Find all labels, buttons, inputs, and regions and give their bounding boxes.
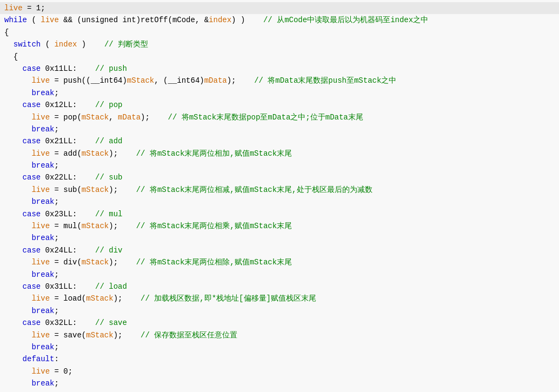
token-var: mStack xyxy=(82,149,109,158)
token-plain xyxy=(4,331,31,340)
token-plain: ); xyxy=(109,222,118,230)
token-plain: && (unsigned int)retOff(mCode, & xyxy=(59,16,209,24)
token-var: mStack xyxy=(86,331,113,340)
code-line: case 0x12LL: // pop xyxy=(0,99,559,111)
token-plain xyxy=(4,246,23,255)
code-tokens: break; xyxy=(4,123,59,135)
token-plain xyxy=(4,222,31,230)
token-plain: ) xyxy=(77,40,86,49)
comment-text: // 保存数据至栈区任意位置 xyxy=(141,329,237,341)
token-plain xyxy=(4,355,23,363)
token-var: live xyxy=(31,258,50,267)
comment-text: // 将mStack末尾两位相加,赋值mStack末尾 xyxy=(136,148,292,160)
code-tokens: break; xyxy=(4,377,59,389)
token-kw: break xyxy=(31,125,54,134)
token-plain: 0x24LL: xyxy=(41,246,77,255)
token-plain: ); xyxy=(109,185,118,194)
code-line: break; xyxy=(0,269,559,281)
token-plain xyxy=(4,210,23,218)
comment-text: // pop xyxy=(95,99,122,111)
token-plain xyxy=(4,282,23,291)
code-line: break; xyxy=(0,232,559,244)
token-plain xyxy=(4,89,31,97)
token-plain: = div( xyxy=(50,258,82,267)
comment-text: // save xyxy=(95,317,127,329)
comment-pad xyxy=(236,75,255,87)
token-var: mData xyxy=(204,76,227,85)
token-plain xyxy=(4,367,31,376)
code-tokens: case 0x22LL: xyxy=(4,171,77,183)
token-var: mData xyxy=(118,113,141,122)
token-plain: = pop( xyxy=(50,113,82,122)
code-line: break; xyxy=(0,123,559,135)
code-tokens: live = 1; xyxy=(4,2,45,14)
token-plain: ; xyxy=(54,125,58,134)
token-plain: ) ) xyxy=(231,16,245,24)
token-plain xyxy=(4,64,23,73)
comment-text: // 加载栈区数据,即*栈地址[偏移量]赋值栈区末尾 xyxy=(141,293,316,304)
code-tokens: live = save(mStack); xyxy=(4,329,122,341)
comment-pad xyxy=(150,111,168,123)
comment-text: // push xyxy=(95,63,127,75)
code-line: break; xyxy=(0,341,559,353)
comment-pad xyxy=(77,281,95,293)
token-var: mStack xyxy=(82,185,109,194)
token-plain: ); xyxy=(141,113,150,122)
token-plain xyxy=(4,161,31,170)
code-tokens: break; xyxy=(4,160,59,171)
token-kw: case xyxy=(23,246,41,255)
code-tokens: while ( live && (unsigned int)retOff(mCo… xyxy=(4,14,245,26)
token-plain: 0x22LL: xyxy=(41,173,77,182)
token-plain: ; xyxy=(54,307,58,315)
code-tokens: default: xyxy=(4,353,59,365)
token-kw: case xyxy=(23,137,41,145)
token-var: mStack xyxy=(82,222,109,230)
token-kw: case xyxy=(23,282,41,291)
token-plain xyxy=(4,307,31,315)
token-plain: ); xyxy=(109,258,118,267)
code-line: break; xyxy=(0,87,559,99)
comment-text: // load xyxy=(95,281,127,293)
comment-text: // 将mStack末尾两位相乘,赋值mStack末尾 xyxy=(136,220,292,232)
token-plain: { xyxy=(4,28,9,37)
comment-text: // 将mStack末尾两位相除,赋值mStack末尾 xyxy=(136,256,292,268)
token-plain xyxy=(4,185,31,194)
code-line: { xyxy=(0,51,559,63)
token-var: live xyxy=(41,16,59,24)
code-tokens: switch ( index ) xyxy=(4,38,86,50)
code-line: case 0x23LL: // mul xyxy=(0,208,559,220)
comment-pad xyxy=(77,99,95,111)
code-line: live = load(mStack); // 加载栈区数据,即*栈地址[偏移量… xyxy=(0,293,559,304)
code-line: live = 1; xyxy=(0,2,559,14)
comment-pad xyxy=(118,256,136,268)
code-line: live = 0; xyxy=(0,366,559,377)
token-plain: ; xyxy=(54,161,58,170)
comment-text: // 将mData末尾数据push至mStack之中 xyxy=(254,75,396,87)
code-line: while ( live && (unsigned int)retOff(mCo… xyxy=(0,14,559,26)
token-plain: = mul( xyxy=(50,222,82,230)
token-plain xyxy=(4,318,23,327)
token-kw: switch xyxy=(14,40,41,49)
token-plain: ( xyxy=(41,40,54,49)
comment-pad xyxy=(77,171,95,183)
code-tokens: break; xyxy=(4,305,59,317)
token-plain xyxy=(4,113,31,122)
code-line: { xyxy=(0,26,559,38)
token-plain: 0x11LL: xyxy=(41,64,77,73)
token-plain xyxy=(4,137,23,145)
token-plain xyxy=(4,101,23,109)
comment-pad xyxy=(122,293,141,304)
code-tokens: } xyxy=(4,390,18,393)
code-tokens: live = mul(mStack); xyxy=(4,220,118,232)
code-container: live = 1;while ( live && (unsigned int)r… xyxy=(0,0,559,392)
comment-text: // mul xyxy=(95,208,122,220)
comment-pad xyxy=(86,38,104,50)
comment-pad xyxy=(77,244,95,256)
token-kw: break xyxy=(31,161,54,170)
token-plain: ); xyxy=(114,294,123,303)
code-line: break; xyxy=(0,305,559,317)
token-kw: break xyxy=(31,270,54,279)
code-line: live = push((__int64)mStack, (__int64)mD… xyxy=(0,75,559,87)
token-plain: 0x21LL: xyxy=(41,137,77,145)
token-var: live xyxy=(31,76,50,85)
